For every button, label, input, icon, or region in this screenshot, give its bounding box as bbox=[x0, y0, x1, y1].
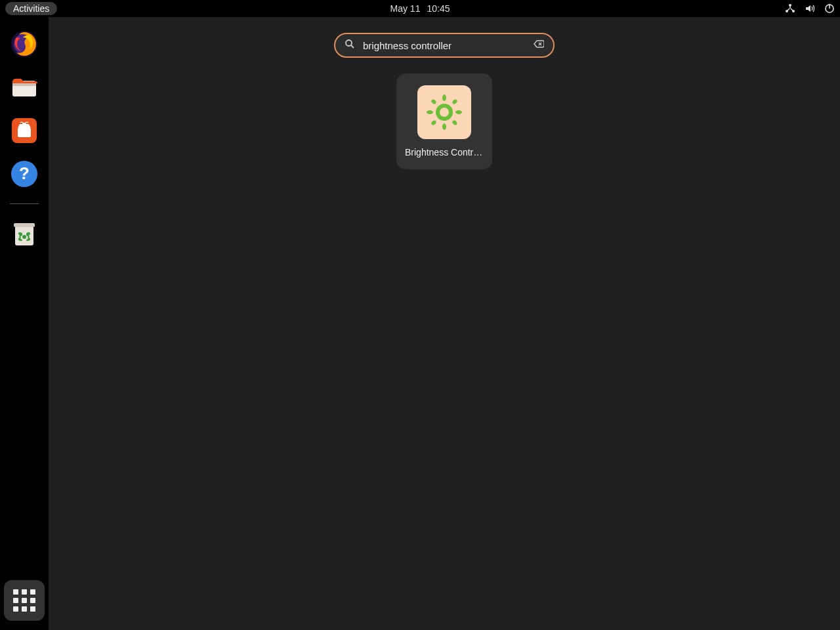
search-input[interactable] bbox=[363, 40, 526, 51]
dock-item-trash[interactable] bbox=[9, 219, 39, 249]
dock-item-firefox[interactable] bbox=[9, 29, 39, 59]
search-icon bbox=[345, 39, 355, 52]
date-label: May 11 bbox=[390, 3, 421, 14]
svg-point-19 bbox=[438, 106, 451, 119]
svg-point-20 bbox=[442, 94, 446, 101]
network-icon[interactable] bbox=[785, 3, 795, 14]
dock-separator bbox=[10, 203, 39, 204]
svg-point-21 bbox=[442, 123, 446, 130]
svg-point-27 bbox=[452, 119, 458, 126]
power-icon[interactable] bbox=[824, 3, 835, 14]
dock-bottom bbox=[4, 580, 45, 621]
dock-item-help[interactable]: ? bbox=[9, 159, 39, 189]
firefox-icon bbox=[10, 30, 39, 58]
svg-point-0 bbox=[789, 4, 791, 7]
svg-rect-11 bbox=[18, 128, 31, 137]
brightness-icon bbox=[425, 93, 464, 132]
brightness-controller-app-icon bbox=[417, 85, 471, 139]
svg-line-18 bbox=[351, 45, 354, 48]
files-icon bbox=[10, 73, 39, 102]
svg-point-22 bbox=[427, 110, 433, 114]
system-status-area bbox=[785, 3, 835, 14]
svg-point-25 bbox=[452, 98, 458, 105]
activities-label: Activities bbox=[13, 3, 49, 14]
time-label: 10:45 bbox=[427, 3, 450, 14]
clear-search-button[interactable] bbox=[534, 39, 544, 52]
overview: Brightness Controller bbox=[49, 17, 840, 630]
svg-rect-4 bbox=[829, 4, 830, 9]
dock-item-files[interactable] bbox=[9, 72, 39, 102]
search-result-app[interactable]: Brightness Controller bbox=[396, 74, 492, 169]
svg-point-17 bbox=[346, 40, 352, 46]
show-applications-button[interactable] bbox=[4, 580, 45, 621]
svg-point-16 bbox=[22, 235, 26, 239]
svg-point-23 bbox=[455, 110, 462, 114]
help-icon: ? bbox=[10, 159, 39, 188]
trash-icon bbox=[11, 219, 37, 248]
activities-button[interactable]: Activities bbox=[5, 2, 57, 15]
svg-text:?: ? bbox=[19, 163, 30, 183]
clock-button[interactable]: May 11 10:45 bbox=[390, 3, 450, 14]
svg-rect-15 bbox=[14, 223, 35, 227]
volume-icon[interactable] bbox=[805, 3, 815, 14]
backspace-icon bbox=[534, 39, 544, 52]
dock: ? bbox=[0, 17, 49, 630]
top-bar: Activities May 11 10:45 bbox=[0, 0, 840, 17]
svg-rect-9 bbox=[12, 83, 36, 86]
apps-grid-icon bbox=[13, 589, 35, 612]
svg-point-26 bbox=[430, 119, 437, 126]
svg-point-24 bbox=[430, 98, 437, 105]
search-result-label: Brightness Controller bbox=[405, 147, 484, 158]
software-icon bbox=[10, 116, 39, 145]
dock-item-software[interactable] bbox=[9, 116, 39, 146]
search-bar[interactable] bbox=[334, 33, 555, 58]
